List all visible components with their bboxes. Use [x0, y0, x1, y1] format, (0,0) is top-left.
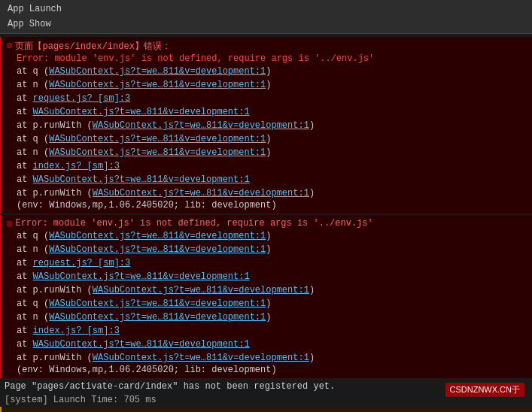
toolbar: App Launch App Show — [0, 0, 532, 34]
env-line-2: (env: Windows,mp,1.06.2405020; lib: deve… — [6, 365, 527, 375]
warning-block: ⚠ The... — [0, 407, 532, 412]
stack-line-2-7: at index.js? [sm]:3 — [6, 324, 527, 338]
stack-link-2-1[interactable]: WASubContext.js?t=we…811&v=development:1 — [49, 244, 266, 255]
stack-link-2-3[interactable]: WASubContext.js?t=we…811&v=development:1 — [33, 271, 250, 282]
stack-line-1-4: at p.runWith (WASubContext.js?t=we…811&v… — [6, 119, 527, 132]
stack-line-2-4: at p.runWith (WASubContext.js?t=we…811&v… — [6, 283, 527, 297]
stack-line-2-5: at q (WASubContext.js?t=we…811&v=develop… — [6, 297, 527, 311]
stack-line-2-2: at request.js? [sm]:3 — [6, 256, 527, 270]
stack-link-1-9[interactable]: WASubContext.js?t=we…811&v=development:1 — [93, 188, 309, 198]
stack-line-1-7: at index.js? [sm]:3 — [6, 159, 527, 173]
stack-link-1-3[interactable]: WASubContext.js?t=we…811&v=development:1 — [33, 107, 250, 117]
stack-line-1-8: at WASubContext.js?t=we…811&v=developmen… — [6, 173, 527, 186]
stack-line-1-5: at q (WASubContext.js?t=we…811&v=develop… — [6, 132, 527, 146]
log-container: ⊗ 页面【pages/index/index】错误： Error: module… — [0, 34, 532, 412]
stack-link-1-5[interactable]: WASubContext.js?t=we…811&v=development:1 — [49, 134, 266, 144]
error-block-2: ⊗ Error: module 'env.js' is not defined,… — [0, 215, 532, 378]
stack-line-2-9: at p.runWith (WASubContext.js?t=we…811&v… — [6, 351, 527, 365]
stack-line-1-9: at p.runWith (WASubContext.js?t=we…811&v… — [6, 186, 527, 200]
stack-link-1-7[interactable]: index.js? [sm]:3 — [33, 161, 120, 171]
stack-line-1-6: at n (WASubContext.js?t=we…811&v=develop… — [6, 146, 527, 159]
stack-line-2-6: at n (WASubContext.js?t=we…811&v=develop… — [6, 311, 527, 324]
app-launch-item[interactable]: App Launch — [0, 2, 532, 17]
error-icon-1: ⊗ — [6, 41, 12, 51]
error-title-2: ⊗ Error: module 'env.js' is not defined,… — [6, 218, 527, 229]
stack-link-2-4[interactable]: WASubContext.js?t=we…811&v=development:1 — [93, 285, 309, 295]
stack-link-2-0[interactable]: WASubContext.js?t=we…811&v=development:1 — [49, 231, 266, 241]
env-line-1: (env: Windows,mp,1.06.2405020; lib: deve… — [6, 200, 527, 211]
stack-line-2-8: at WASubContext.js?t=we…811&v=developmen… — [6, 338, 527, 351]
stack-line-1-3: at WASubContext.js?t=we…811&v=developmen… — [6, 105, 527, 119]
stack-line-1-1: at n (WASubContext.js?t=we…811&v=develop… — [6, 78, 527, 92]
stack-link-1-6[interactable]: WASubContext.js?t=we…811&v=development:1 — [49, 147, 266, 158]
app-show-item[interactable]: App Show — [0, 17, 532, 32]
stack-link-1-2[interactable]: request.js? [sm]:3 — [33, 93, 131, 104]
error-page-title-1: 页面【pages/index/index】错误： — [15, 40, 170, 53]
stack-line-2-1: at n (WASubContext.js?t=we…811&v=develop… — [6, 243, 527, 256]
stack-line-1-0: at q (WASubContext.js?t=we…811&v=develop… — [6, 65, 527, 78]
stack-link-2-9[interactable]: WASubContext.js?t=we…811&v=development:1 — [93, 353, 309, 363]
watermark: CSDNZNWX.CN于 — [445, 383, 525, 397]
stack-link-2-5[interactable]: WASubContext.js?t=we…811&v=development:1 — [49, 298, 266, 309]
stack-link-2-6[interactable]: WASubContext.js?t=we…811&v=development:1 — [49, 312, 266, 323]
error-message-1: Error: module 'env.js' is not defined, r… — [6, 53, 527, 64]
error-title-1: ⊗ 页面【pages/index/index】错误： — [6, 40, 527, 53]
stack-line-1-2: at request.js? [sm]:3 — [6, 92, 527, 105]
stack-link-1-0[interactable]: WASubContext.js?t=we…811&v=development:1 — [49, 66, 266, 77]
stack-link-1-1[interactable]: WASubContext.js?t=we…811&v=development:1 — [49, 80, 266, 90]
stack-link-2-7[interactable]: index.js? [sm]:3 — [33, 326, 120, 336]
error-icon-2: ⊗ — [6, 219, 12, 229]
stack-line-2-3: at WASubContext.js?t=we…811&v=developmen… — [6, 270, 527, 283]
error-message-2-title: Error: module 'env.js' is not defined, r… — [15, 218, 372, 229]
stack-line-2-0: at q (WASubContext.js?t=we…811&v=develop… — [6, 229, 527, 243]
stack-link-2-8[interactable]: WASubContext.js?t=we…811&v=development:1 — [33, 339, 250, 350]
stack-link-1-4[interactable]: WASubContext.js?t=we…811&v=development:1 — [93, 120, 309, 131]
stack-link-1-8[interactable]: WASubContext.js?t=we…811&v=development:1 — [33, 174, 250, 185]
error-block-1: ⊗ 页面【pages/index/index】错误： Error: module… — [0, 37, 532, 214]
stack-link-2-2[interactable]: request.js? [sm]:3 — [33, 258, 131, 268]
